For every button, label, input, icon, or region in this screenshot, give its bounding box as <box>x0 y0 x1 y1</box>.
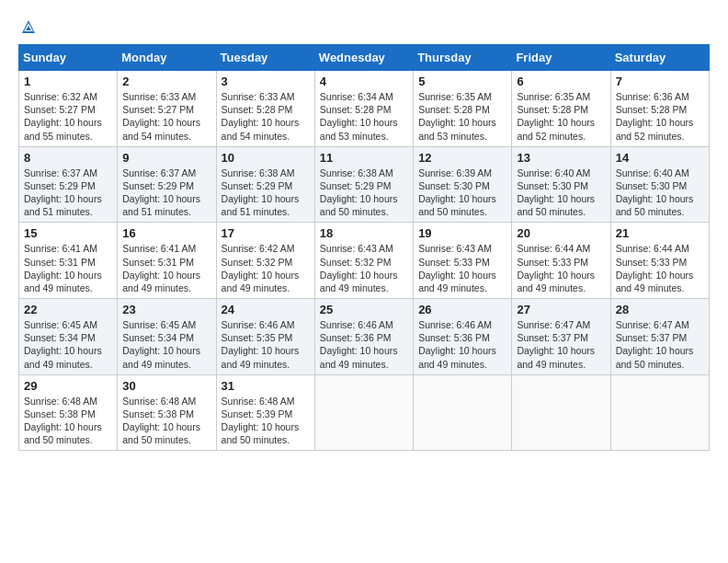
calendar-header-day: Saturday <box>610 45 709 71</box>
day-info: Sunrise: 6:37 AM Sunset: 5:29 PM Dayligh… <box>122 167 210 219</box>
calendar-cell: 7Sunrise: 6:36 AM Sunset: 5:28 PM Daylig… <box>610 71 709 147</box>
day-number: 17 <box>222 226 310 240</box>
calendar-cell: 3Sunrise: 6:33 AM Sunset: 5:28 PM Daylig… <box>216 71 314 147</box>
calendar: SundayMondayTuesdayWednesdayThursdayFrid… <box>18 44 710 451</box>
day-number: 7 <box>616 75 704 88</box>
calendar-cell: 10Sunrise: 6:38 AM Sunset: 5:29 PM Dayli… <box>216 146 314 223</box>
day-info: Sunrise: 6:45 AM Sunset: 5:34 PM Dayligh… <box>122 318 210 371</box>
calendar-cell: 20Sunrise: 6:44 AM Sunset: 5:33 PM Dayli… <box>512 223 610 299</box>
day-info: Sunrise: 6:48 AM Sunset: 5:38 PM Dayligh… <box>24 395 112 447</box>
calendar-header-day: Thursday <box>414 45 512 71</box>
calendar-cell: 31Sunrise: 6:48 AM Sunset: 5:39 PM Dayli… <box>216 374 314 451</box>
calendar-header-day: Monday <box>118 45 216 71</box>
day-number: 31 <box>222 379 310 393</box>
calendar-cell: 4Sunrise: 6:34 AM Sunset: 5:28 PM Daylig… <box>314 71 413 147</box>
calendar-cell: 23Sunrise: 6:45 AM Sunset: 5:34 PM Dayli… <box>118 299 216 375</box>
day-number: 24 <box>222 303 310 316</box>
calendar-cell: 26Sunrise: 6:46 AM Sunset: 5:36 PM Dayli… <box>414 299 512 375</box>
calendar-cell: 14Sunrise: 6:40 AM Sunset: 5:30 PM Dayli… <box>610 146 709 223</box>
day-number: 8 <box>24 151 112 165</box>
day-info: Sunrise: 6:48 AM Sunset: 5:39 PM Dayligh… <box>222 395 310 447</box>
day-number: 4 <box>320 75 408 88</box>
day-info: Sunrise: 6:38 AM Sunset: 5:29 PM Dayligh… <box>320 167 408 219</box>
day-number: 2 <box>122 75 210 88</box>
day-number: 15 <box>24 226 112 240</box>
day-number: 11 <box>320 151 408 165</box>
logo <box>18 18 37 35</box>
day-info: Sunrise: 6:34 AM Sunset: 5:28 PM Dayligh… <box>320 90 408 143</box>
day-info: Sunrise: 6:46 AM Sunset: 5:35 PM Dayligh… <box>222 318 310 371</box>
day-number: 26 <box>418 303 506 316</box>
day-number: 25 <box>320 303 408 316</box>
calendar-cell <box>414 374 512 451</box>
calendar-header-row: SundayMondayTuesdayWednesdayThursdayFrid… <box>19 45 710 71</box>
calendar-cell: 2Sunrise: 6:33 AM Sunset: 5:27 PM Daylig… <box>118 71 216 147</box>
day-info: Sunrise: 6:35 AM Sunset: 5:28 PM Dayligh… <box>517 90 605 143</box>
day-info: Sunrise: 6:33 AM Sunset: 5:28 PM Dayligh… <box>222 90 310 143</box>
day-info: Sunrise: 6:38 AM Sunset: 5:29 PM Dayligh… <box>222 167 310 219</box>
day-number: 1 <box>24 75 112 88</box>
day-info: Sunrise: 6:33 AM Sunset: 5:27 PM Dayligh… <box>122 90 210 143</box>
day-info: Sunrise: 6:35 AM Sunset: 5:28 PM Dayligh… <box>418 90 506 143</box>
calendar-cell: 8Sunrise: 6:37 AM Sunset: 5:29 PM Daylig… <box>19 146 118 223</box>
day-number: 12 <box>418 151 506 165</box>
day-info: Sunrise: 6:48 AM Sunset: 5:38 PM Dayligh… <box>122 395 210 447</box>
day-number: 14 <box>616 151 704 165</box>
day-info: Sunrise: 6:47 AM Sunset: 5:37 PM Dayligh… <box>517 318 605 371</box>
day-number: 3 <box>222 75 310 88</box>
calendar-cell: 6Sunrise: 6:35 AM Sunset: 5:28 PM Daylig… <box>512 71 610 147</box>
calendar-cell: 17Sunrise: 6:42 AM Sunset: 5:32 PM Dayli… <box>216 223 314 299</box>
day-number: 10 <box>222 151 310 165</box>
calendar-week-row: 8Sunrise: 6:37 AM Sunset: 5:29 PM Daylig… <box>19 146 710 223</box>
calendar-week-row: 15Sunrise: 6:41 AM Sunset: 5:31 PM Dayli… <box>19 223 710 299</box>
calendar-cell: 19Sunrise: 6:43 AM Sunset: 5:33 PM Dayli… <box>414 223 512 299</box>
calendar-week-row: 29Sunrise: 6:48 AM Sunset: 5:38 PM Dayli… <box>19 374 710 451</box>
calendar-cell: 21Sunrise: 6:44 AM Sunset: 5:33 PM Dayli… <box>610 223 709 299</box>
calendar-cell: 1Sunrise: 6:32 AM Sunset: 5:27 PM Daylig… <box>19 71 118 147</box>
calendar-cell <box>610 374 709 451</box>
day-info: Sunrise: 6:32 AM Sunset: 5:27 PM Dayligh… <box>24 90 112 143</box>
day-info: Sunrise: 6:41 AM Sunset: 5:31 PM Dayligh… <box>122 242 210 294</box>
calendar-cell: 5Sunrise: 6:35 AM Sunset: 5:28 PM Daylig… <box>414 71 512 147</box>
day-info: Sunrise: 6:42 AM Sunset: 5:32 PM Dayligh… <box>222 242 310 294</box>
calendar-header-day: Sunday <box>19 45 118 71</box>
calendar-cell <box>314 374 413 451</box>
calendar-cell: 27Sunrise: 6:47 AM Sunset: 5:37 PM Dayli… <box>512 299 610 375</box>
calendar-header-day: Tuesday <box>216 45 314 71</box>
calendar-cell: 24Sunrise: 6:46 AM Sunset: 5:35 PM Dayli… <box>216 299 314 375</box>
day-number: 21 <box>616 226 704 240</box>
day-info: Sunrise: 6:41 AM Sunset: 5:31 PM Dayligh… <box>24 242 112 294</box>
day-number: 16 <box>122 226 210 240</box>
day-info: Sunrise: 6:45 AM Sunset: 5:34 PM Dayligh… <box>24 318 112 371</box>
calendar-week-row: 22Sunrise: 6:45 AM Sunset: 5:34 PM Dayli… <box>19 299 710 375</box>
day-info: Sunrise: 6:37 AM Sunset: 5:29 PM Dayligh… <box>24 167 112 219</box>
header <box>18 18 710 35</box>
calendar-cell: 25Sunrise: 6:46 AM Sunset: 5:36 PM Dayli… <box>314 299 413 375</box>
calendar-header-day: Friday <box>512 45 610 71</box>
day-number: 6 <box>517 75 605 88</box>
day-info: Sunrise: 6:40 AM Sunset: 5:30 PM Dayligh… <box>616 167 704 219</box>
calendar-cell: 11Sunrise: 6:38 AM Sunset: 5:29 PM Dayli… <box>314 146 413 223</box>
calendar-cell: 18Sunrise: 6:43 AM Sunset: 5:32 PM Dayli… <box>314 223 413 299</box>
day-info: Sunrise: 6:40 AM Sunset: 5:30 PM Dayligh… <box>517 167 605 219</box>
day-number: 27 <box>517 303 605 316</box>
day-number: 13 <box>517 151 605 165</box>
day-number: 5 <box>418 75 506 88</box>
day-info: Sunrise: 6:43 AM Sunset: 5:33 PM Dayligh… <box>418 242 506 294</box>
calendar-cell: 22Sunrise: 6:45 AM Sunset: 5:34 PM Dayli… <box>19 299 118 375</box>
day-number: 29 <box>24 379 112 393</box>
day-number: 22 <box>24 303 112 316</box>
calendar-header-day: Wednesday <box>314 45 413 71</box>
calendar-week-row: 1Sunrise: 6:32 AM Sunset: 5:27 PM Daylig… <box>19 71 710 147</box>
day-info: Sunrise: 6:44 AM Sunset: 5:33 PM Dayligh… <box>517 242 605 294</box>
day-number: 9 <box>122 151 210 165</box>
calendar-cell: 13Sunrise: 6:40 AM Sunset: 5:30 PM Dayli… <box>512 146 610 223</box>
calendar-cell: 9Sunrise: 6:37 AM Sunset: 5:29 PM Daylig… <box>118 146 216 223</box>
day-info: Sunrise: 6:39 AM Sunset: 5:30 PM Dayligh… <box>418 167 506 219</box>
day-number: 28 <box>616 303 704 316</box>
day-number: 19 <box>418 226 506 240</box>
calendar-cell: 12Sunrise: 6:39 AM Sunset: 5:30 PM Dayli… <box>414 146 512 223</box>
day-number: 18 <box>320 226 408 240</box>
calendar-cell: 29Sunrise: 6:48 AM Sunset: 5:38 PM Dayli… <box>19 374 118 451</box>
day-info: Sunrise: 6:46 AM Sunset: 5:36 PM Dayligh… <box>418 318 506 371</box>
